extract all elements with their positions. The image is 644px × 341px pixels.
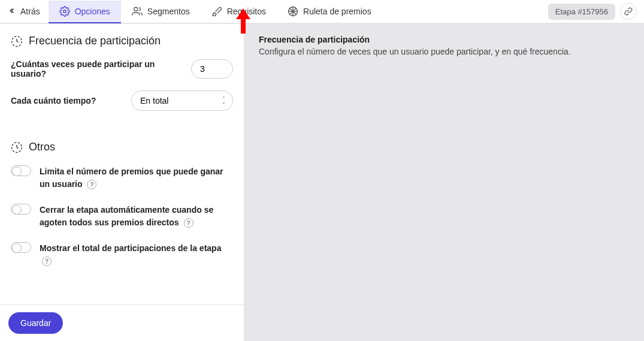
tab-opciones[interactable]: Opciones (49, 1, 121, 23)
toggle-limit-prizes[interactable] (11, 165, 31, 176)
users-icon (132, 6, 143, 17)
help-icon[interactable]: ? (184, 218, 193, 228)
tab-label: Opciones (75, 7, 110, 16)
tab-ruleta[interactable]: Ruleta de premios (277, 1, 382, 23)
times-input[interactable] (191, 59, 233, 79)
toggle-label: Mostrar el total de participaciones de l… (40, 242, 233, 267)
gear-icon (59, 6, 70, 17)
tab-segmentos[interactable]: Segmentos (121, 1, 201, 23)
link-button[interactable] (620, 3, 637, 20)
stage-badge: Etapa #157956 (548, 4, 615, 20)
help-icon[interactable]: ? (42, 256, 52, 266)
section-title-label: Otros (29, 141, 55, 153)
toggle-label: Cerrar la etapa automáticamente cuando s… (40, 204, 233, 229)
back-button[interactable]: Atrás (0, 0, 49, 23)
tab-label: Requisitos (227, 7, 266, 16)
desc-text: Configura el número de veces que un usua… (259, 47, 630, 56)
freq-select[interactable]: En total (131, 90, 233, 111)
desc-title: Frecuencia de participación (259, 35, 630, 44)
tab-label: Ruleta de premios (303, 7, 371, 16)
toggle-auto-close[interactable] (11, 204, 31, 215)
section-frecuencia: Frecuencia de participación (11, 35, 233, 47)
tab-requisitos[interactable]: Requisitos (201, 1, 277, 23)
help-icon[interactable]: ? (87, 180, 96, 189)
right-panel: Frecuencia de participación Configura el… (244, 24, 644, 341)
chevron-left-icon (8, 7, 17, 17)
svg-point-1 (134, 7, 138, 11)
times-label: ¿Cuántas veces puede participar un usuar… (11, 59, 191, 79)
freq-label: Cada cuánto tiempo? (11, 96, 96, 105)
header-tabs: Atrás Opciones Segmentos Requisitos Rule… (0, 0, 644, 24)
gauge-icon (11, 35, 23, 47)
toggle-show-total[interactable] (11, 242, 31, 253)
toggle-label: Limita el número de premios que puede ga… (40, 165, 233, 191)
tab-label: Segmentos (147, 7, 190, 16)
left-panel: Frecuencia de participación ¿Cuántas vec… (0, 24, 244, 341)
gauge-icon (11, 141, 23, 153)
wheel-icon (288, 6, 298, 17)
section-otros: Otros (11, 141, 233, 153)
save-button[interactable]: Guardar (8, 312, 63, 334)
svg-point-0 (63, 10, 66, 13)
brush-icon (211, 6, 222, 17)
section-title-label: Frecuencia de participación (29, 35, 161, 47)
back-label: Atrás (20, 7, 40, 16)
